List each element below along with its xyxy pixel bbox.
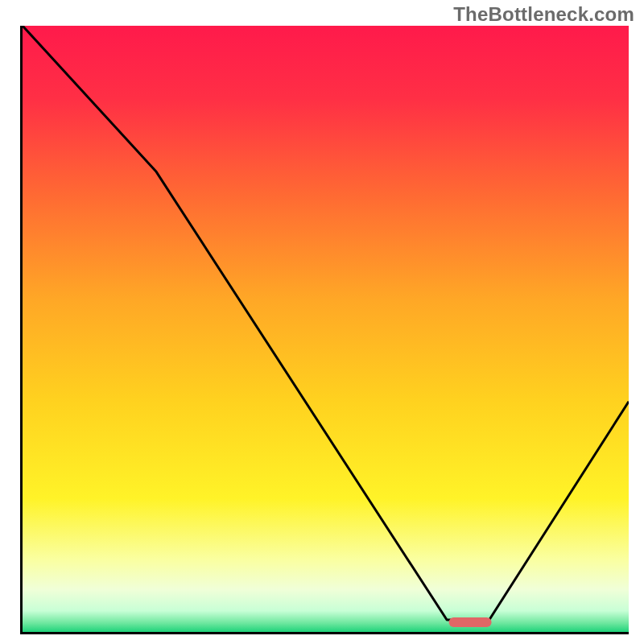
watermark-label: TheBottleneck.com: [453, 3, 634, 26]
bottleneck-marker: [448, 617, 491, 627]
chart-curve: [23, 26, 629, 632]
chart-plot-area: [20, 26, 629, 634]
